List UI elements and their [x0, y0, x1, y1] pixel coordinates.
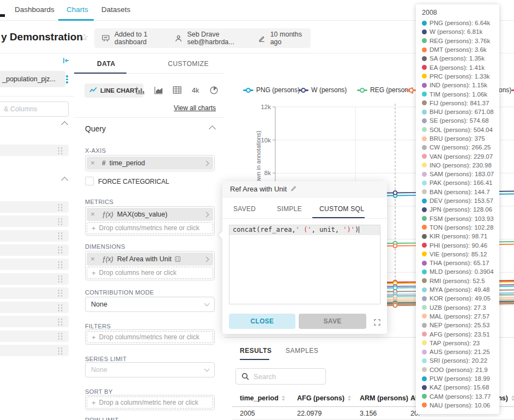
- remove-icon[interactable]: ×: [87, 157, 99, 170]
- big-number-viz-icon[interactable]: 4k: [192, 87, 199, 94]
- column-field-row[interactable]: [0, 302, 69, 313]
- tab-custom-sql[interactable]: CUSTOM SQL: [319, 205, 364, 213]
- sort-icon[interactable]: [511, 395, 514, 401]
- tab-data[interactable]: DATA: [97, 60, 116, 68]
- view-all-charts-link[interactable]: View all charts: [174, 104, 216, 112]
- sort-icon[interactable]: [348, 395, 351, 401]
- table-chart-icon[interactable]: [173, 86, 182, 96]
- drag-handle-icon[interactable]: [57, 289, 63, 297]
- user-icon: [175, 35, 182, 42]
- nav-dashboards[interactable]: Dashboards: [15, 5, 55, 14]
- series-color-dot: [422, 181, 427, 185]
- column-header-label: AFG (persons): [297, 394, 344, 402]
- drag-handle-icon[interactable]: [57, 218, 63, 225]
- x-axis-option-pill[interactable]: × # time_period: [87, 157, 213, 170]
- pie-chart-icon[interactable]: [210, 86, 218, 97]
- dimension-option-pill[interactable]: × ƒ(x) Ref Area with Unit: [87, 253, 213, 266]
- column-field-row[interactable]: [0, 345, 69, 356]
- column-field-row[interactable]: [0, 331, 69, 342]
- edit-title-icon[interactable]: [291, 185, 297, 193]
- app-logo[interactable]: [0, 14, 5, 17]
- chart-hover-tooltip: 2008 PNG (persons): 6.64kW (persons): 6.…: [416, 4, 499, 414]
- owner-label[interactable]: Seb Drave seb@harbrda...: [187, 31, 246, 46]
- favorite-star-icon[interactable]: ☆: [80, 32, 88, 43]
- filters-drop-zone[interactable]: + Drop columns/metrics here or click: [87, 331, 213, 343]
- series-value-label: AFG (persons): 23.51: [430, 331, 490, 338]
- legend-item[interactable]: EA (persons): [511, 86, 514, 94]
- dimensions-drop-zone[interactable]: + Drop columns here or click: [87, 267, 213, 279]
- area-chart-icon[interactable]: [154, 86, 163, 97]
- series-limit-value: None: [91, 366, 107, 374]
- results-search-input[interactable]: [235, 368, 326, 385]
- legend-item[interactable]: PNG (persons): [243, 86, 300, 94]
- remove-icon[interactable]: ×: [87, 208, 99, 221]
- drag-handle-icon[interactable]: [57, 147, 63, 154]
- nav-datasets[interactable]: Datasets: [101, 5, 130, 14]
- column-header[interactable]: time_period: [240, 394, 285, 402]
- collapse-panel-icon[interactable]: [62, 57, 70, 67]
- tab-saved[interactable]: SAVED: [233, 205, 256, 213]
- tab-results[interactable]: RESULTS: [240, 347, 272, 355]
- tooltip-series-item: NAU (persons): 10.06: [422, 401, 494, 410]
- column-field-row[interactable]: [0, 244, 69, 256]
- drag-handle-icon[interactable]: [57, 203, 63, 211]
- bar-chart-icon[interactable]: [136, 86, 145, 97]
- drag-handle-icon[interactable]: [57, 318, 63, 326]
- drag-handle-icon[interactable]: [57, 332, 63, 340]
- metrics-drop-zone[interactable]: + Drop columns/metrics here or click: [87, 222, 213, 234]
- tab-samples[interactable]: SAMPLES: [286, 347, 318, 355]
- column-field-row[interactable]: [0, 316, 69, 327]
- metric-field-row[interactable]: [0, 145, 69, 156]
- force-categorical-checkbox[interactable]: [85, 177, 94, 185]
- contribution-mode-select[interactable]: None: [85, 297, 215, 312]
- column-field-row[interactable]: [0, 230, 69, 242]
- close-button[interactable]: CLOSE: [229, 314, 295, 329]
- dataset-menu-icon[interactable]: [65, 74, 69, 85]
- tooltip-series-item: BHU (persons): 671.08: [422, 107, 494, 116]
- column-field-row[interactable]: [0, 273, 69, 285]
- series-value-label: SAM (persons): 183.07: [430, 171, 494, 177]
- column-field-row[interactable]: [0, 287, 69, 299]
- metric-option-pill[interactable]: × ƒ(x) MAX(obs_value): [87, 208, 213, 221]
- column-field-row[interactable]: [0, 201, 69, 213]
- legend-item[interactable]: W (persons): [298, 86, 347, 94]
- query-collapse-icon[interactable]: [210, 127, 215, 131]
- tab-customize[interactable]: CUSTOMIZE: [168, 60, 209, 68]
- sort-by-drop-zone[interactable]: + Drop a column/metric here or click: [87, 397, 213, 409]
- series-color-dot: [422, 340, 427, 345]
- dashboard-count-label[interactable]: Added to 1 dashboard: [114, 31, 164, 46]
- tab-simple[interactable]: SIMPLE: [277, 205, 302, 213]
- tooltip-series-item: VAN (persons): 229.07: [422, 152, 494, 160]
- series-value-label: TAP (persons): 23: [430, 340, 480, 346]
- column-header[interactable]: AFG (persons): [297, 394, 351, 402]
- column-header[interactable]: ARM (persons): [360, 394, 415, 402]
- expand-editor-icon[interactable]: [374, 318, 380, 328]
- drag-handle-icon[interactable]: [57, 347, 63, 355]
- tooltip-series-item: NEP (persons): 25.53: [422, 321, 494, 329]
- series-color-dot: [422, 225, 427, 230]
- column-field-row[interactable]: [0, 259, 69, 270]
- series-color-dot: [422, 199, 427, 203]
- sql-editor[interactable]: concat(ref_area,' (', unit, ')'): [229, 225, 380, 304]
- columns-section-collapse-icon[interactable]: [62, 178, 67, 183]
- series-value-label: VAN (persons): 229.07: [430, 153, 493, 160]
- metrics-section-collapse-icon[interactable]: [62, 122, 67, 127]
- drag-handle-icon[interactable]: [57, 261, 63, 268]
- column-field-row[interactable]: [0, 215, 69, 227]
- plus-icon: +: [92, 333, 96, 341]
- drag-handle-icon[interactable]: [57, 304, 63, 311]
- dataset-name[interactable]: _population_pjz...: [0, 71, 65, 87]
- remove-icon[interactable]: ×: [87, 253, 99, 266]
- viz-type-line-chart-button[interactable]: LINE CHART: [84, 83, 143, 98]
- dataset-search-input[interactable]: [0, 101, 69, 117]
- drag-handle-icon[interactable]: [57, 232, 63, 239]
- nav-charts[interactable]: Charts: [66, 5, 88, 14]
- drag-handle-icon[interactable]: [57, 275, 63, 283]
- series-color-dot: [422, 110, 427, 115]
- drop-hint: Drop columns/metrics here or click: [99, 224, 199, 232]
- legend-item[interactable]: REG (persons): [357, 86, 414, 94]
- save-button[interactable]: SAVE: [299, 314, 366, 329]
- series-limit-select[interactable]: None: [85, 362, 215, 377]
- drag-handle-icon[interactable]: [57, 246, 63, 254]
- sort-icon[interactable]: [282, 395, 285, 401]
